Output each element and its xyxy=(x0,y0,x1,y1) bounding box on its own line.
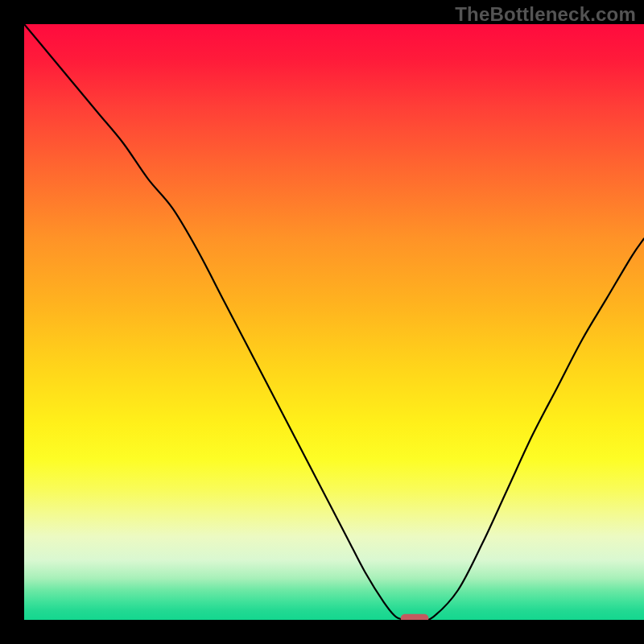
plot-area xyxy=(24,24,644,620)
chart-frame: TheBottleneck.com xyxy=(0,0,644,644)
chart-svg xyxy=(24,24,644,620)
watermark-text: TheBottleneck.com xyxy=(455,3,636,26)
optimal-marker xyxy=(401,614,429,620)
bottleneck-curve xyxy=(24,24,644,620)
